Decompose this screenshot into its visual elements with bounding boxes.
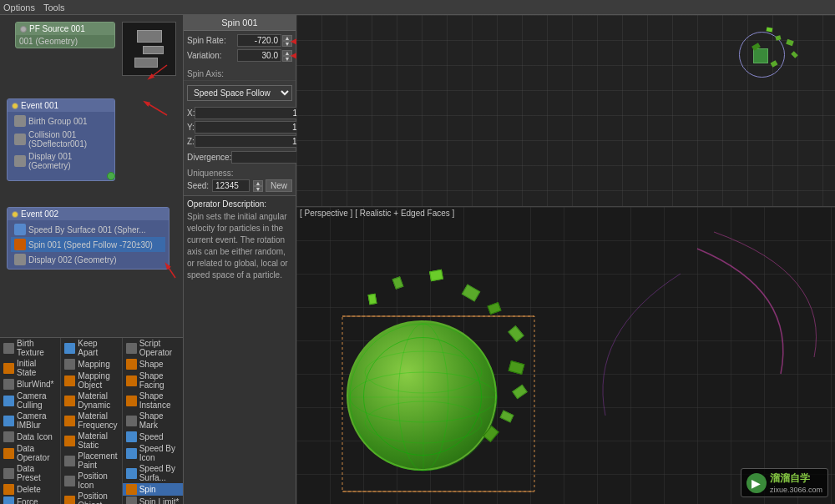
op-shape-facing[interactable]: Shape Facing bbox=[123, 370, 183, 391]
new-button[interactable]: New bbox=[266, 179, 292, 192]
op-data-icon[interactable]: Data Icon bbox=[0, 431, 60, 443]
x-input[interactable] bbox=[195, 107, 307, 119]
op-icon-material-frequency bbox=[64, 416, 75, 426]
variation-row: Variation: ▲ ▼ bbox=[187, 49, 292, 62]
op-speed[interactable]: Speed bbox=[123, 431, 183, 443]
viewport-bottom[interactable]: [ Perspective ] [ Realistic + Edged Face… bbox=[296, 207, 835, 504]
op-icon-speed-by-icon bbox=[126, 448, 137, 459]
operator-list: Birth Texture Initial State BlurWind* Ca… bbox=[0, 337, 183, 504]
op-delete[interactable]: Delete bbox=[0, 483, 60, 496]
menu-options[interactable]: Options bbox=[3, 3, 35, 13]
uniqueness-label: Uniqueness: bbox=[187, 169, 292, 178]
node-event002-icon-0 bbox=[14, 224, 26, 235]
watermark-logo: ▶ bbox=[746, 473, 767, 493]
spin-rate-arrows[interactable]: ▲ ▼ bbox=[282, 35, 292, 47]
op-position-object[interactable]: Position Object bbox=[61, 491, 121, 504]
op-birth-texture[interactable]: Birth Texture bbox=[0, 338, 60, 358]
op-icon-shape-instance bbox=[126, 396, 137, 406]
node-event002[interactable]: Event 002 Speed By Surface 001 (Spher...… bbox=[7, 207, 170, 270]
spin-axis-section: Spin Axis: bbox=[184, 68, 296, 81]
op-data-operator[interactable]: Data Operator bbox=[0, 443, 60, 463]
op-icon-data-operator bbox=[3, 448, 14, 459]
y-row: Y: ▲ ▼ bbox=[187, 121, 292, 134]
op-icon-birth-texture bbox=[3, 343, 14, 354]
op-position-icon[interactable]: Position Icon bbox=[61, 471, 121, 491]
op-keep-apart[interactable]: Keep Apart bbox=[61, 338, 121, 358]
op-spin[interactable]: Spin bbox=[123, 483, 183, 496]
node-pf-source-header: PF Source 001 bbox=[16, 23, 114, 35]
op-blurwind[interactable]: BlurWind* bbox=[0, 378, 60, 391]
op-icon-initial-state bbox=[3, 363, 14, 374]
op-icon-position-icon bbox=[64, 476, 75, 486]
spin-rate-up[interactable]: ▲ bbox=[282, 35, 292, 41]
variation-down[interactable]: ▼ bbox=[282, 56, 292, 62]
watermark-text: 溜溜自学 zixue.3066.com bbox=[770, 471, 822, 494]
scatter-4 bbox=[429, 270, 443, 281]
node-event002-item-2[interactable]: Display 002 (Geometry) bbox=[11, 252, 165, 267]
op-shape-instance[interactable]: Shape Instance bbox=[123, 391, 183, 411]
x-row: X: ▲ ▼ bbox=[187, 107, 292, 119]
op-camera-culling[interactable]: Camera Culling bbox=[0, 391, 60, 411]
op-material-static[interactable]: Material Static bbox=[61, 431, 121, 451]
op-shape[interactable]: Shape bbox=[123, 358, 183, 370]
main-content: PF Source 001 001 (Geometry) Event 001 B… bbox=[0, 15, 835, 504]
op-speed-by-icon[interactable]: Speed By Icon bbox=[123, 443, 183, 463]
seed-arrows[interactable]: ▲ ▼ bbox=[253, 180, 263, 192]
op-data-preset[interactable]: Data Preset bbox=[0, 463, 60, 483]
node-pf-source[interactable]: PF Source 001 001 (Geometry) bbox=[15, 22, 115, 48]
divergence-label: Divergence: bbox=[187, 153, 231, 162]
op-icon-speed bbox=[126, 431, 137, 442]
spin-rate-group: Spin Rate: ▲ ▼ Variation: ▲ ▼ bbox=[184, 31, 296, 68]
node-event001-item-0: Birth Group 001 bbox=[11, 113, 111, 129]
seed-up[interactable]: ▲ bbox=[253, 180, 263, 186]
particle-5 bbox=[767, 27, 773, 32]
z-input[interactable] bbox=[195, 135, 307, 148]
variation-up[interactable]: ▲ bbox=[282, 50, 292, 56]
scatter-9 bbox=[500, 411, 514, 423]
node-event001-icon-2 bbox=[14, 155, 26, 167]
spin-rate-down[interactable]: ▼ bbox=[282, 41, 292, 47]
svg-line-2 bbox=[146, 103, 167, 115]
description-title: Operator Description: bbox=[187, 199, 292, 209]
node-event002-icon-2 bbox=[14, 254, 26, 265]
op-force[interactable]: Force bbox=[0, 496, 60, 504]
op-placement-paint[interactable]: Placement Paint bbox=[61, 451, 121, 471]
x-label: X: bbox=[187, 108, 195, 118]
op-material-frequency[interactable]: Material Frequency bbox=[61, 411, 121, 431]
sphere-wireframe bbox=[348, 322, 498, 472]
watermark-line1: 溜溜自学 bbox=[770, 471, 822, 486]
description-text: Spin sets the initial angular velocity f… bbox=[187, 211, 292, 281]
thumb-inner bbox=[123, 23, 175, 75]
viewport-top[interactable] bbox=[296, 15, 835, 207]
node-pf-source-label: PF Source 001 bbox=[29, 24, 85, 33]
op-mapping-object[interactable]: Mapping Object bbox=[61, 370, 121, 391]
op-speed-by-surfa[interactable]: Speed By Surfa... bbox=[123, 463, 183, 483]
op-icon-material-static bbox=[64, 436, 75, 446]
node-event002-icon-1 bbox=[14, 239, 26, 250]
node-event001[interactable]: Event 001 Birth Group 001 Collision 001 … bbox=[7, 98, 115, 181]
node-graph: PF Source 001 001 (Geometry) Event 001 B… bbox=[0, 15, 183, 337]
op-shape-mark[interactable]: Shape Mark bbox=[123, 411, 183, 431]
op-camera-imblur[interactable]: Camera IMBlur bbox=[0, 411, 60, 431]
main-sphere bbox=[347, 320, 497, 471]
op-initial-state[interactable]: Initial State bbox=[0, 358, 60, 378]
op-script-operator[interactable]: Script Operator bbox=[123, 338, 183, 358]
op-mapping[interactable]: Mapping bbox=[61, 358, 121, 370]
op-spin-limit[interactable]: Spin Limit* bbox=[123, 496, 183, 504]
variation-arrows[interactable]: ▲ ▼ bbox=[282, 50, 292, 62]
thumb-rect-2 bbox=[143, 46, 164, 54]
seed-input[interactable] bbox=[212, 179, 250, 192]
variation-input[interactable] bbox=[237, 49, 281, 62]
axis-dropdown[interactable]: Speed Space Follow World Space Local Spa… bbox=[187, 85, 292, 101]
op-column-1: Birth Texture Initial State BlurWind* Ca… bbox=[0, 338, 61, 504]
seed-down[interactable]: ▼ bbox=[253, 186, 263, 192]
left-panel: PF Source 001 001 (Geometry) Event 001 B… bbox=[0, 15, 184, 504]
op-material-dynamic[interactable]: Material Dynamic bbox=[61, 391, 121, 411]
node-event001-header: Event 001 bbox=[8, 99, 114, 112]
y-input[interactable] bbox=[195, 121, 307, 134]
spin-rate-input[interactable] bbox=[237, 34, 281, 47]
menu-tools[interactable]: Tools bbox=[43, 3, 65, 13]
node-event002-item-1[interactable]: Spin 001 (Speed Follow -720±30) bbox=[11, 237, 165, 252]
node-event002-item-0[interactable]: Speed By Surface 001 (Spher... bbox=[11, 222, 165, 237]
node-event002-dot bbox=[12, 211, 18, 218]
